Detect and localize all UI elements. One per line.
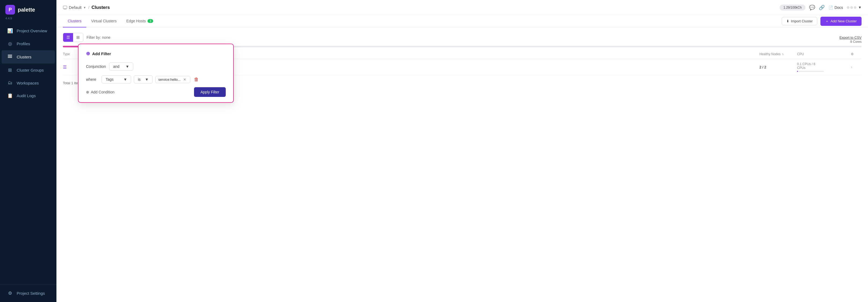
topbar: Default ▼ / Clusters 1.29/100kCh 💬 🔗 📄 D… <box>56 0 868 15</box>
user-info[interactable]: ▼ <box>847 5 862 9</box>
tag-value: service:hello... <box>158 78 181 82</box>
tab-edge-hosts-label: Edge Hosts <box>126 19 146 23</box>
sidebar-item-profiles[interactable]: ◎ Profiles <box>2 37 55 50</box>
conjunction-label: Conjunction <box>86 64 106 68</box>
link-icon[interactable]: 🔗 <box>819 5 825 10</box>
import-cluster-button[interactable]: ⬇ Import Cluster <box>782 17 817 25</box>
conjunction-dropdown-icon: ▼ <box>125 64 129 68</box>
export-csv-button[interactable]: Export to CSV <box>839 35 862 39</box>
popup-plus-icon: ⊕ <box>86 51 90 57</box>
row-type: ☰ <box>63 64 79 70</box>
logo-icon: P <box>5 5 15 15</box>
conjunction-row: Conjunction and ▼ <box>86 62 226 71</box>
project-overview-icon: 📊 <box>7 28 13 34</box>
svg-rect-1 <box>8 56 12 57</box>
docs-button[interactable]: 📄 Docs <box>829 5 843 10</box>
breadcrumb-current: Clusters <box>92 5 110 10</box>
where-label: where <box>86 77 99 82</box>
conjunction-select[interactable]: and ▼ <box>109 62 133 71</box>
sidebar-item-label: Cluster Groups <box>17 68 44 73</box>
version-label: 4.4.9 <box>0 16 56 24</box>
sidebar-bottom: ⚙ Project Settings <box>0 284 56 302</box>
import-icon: ⬇ <box>786 19 789 23</box>
sidebar-item-label: Clusters <box>17 55 31 59</box>
project-settings-icon: ⚙ <box>7 291 13 296</box>
col-cpu-label: CPU <box>797 52 804 56</box>
main-content: Default ▼ / Clusters 1.29/100kCh 💬 🔗 📄 D… <box>56 0 868 302</box>
sidebar-item-label: Project Overview <box>17 29 47 33</box>
row-healthy-nodes: 2 / 2 <box>760 65 797 69</box>
clusters-icon <box>7 54 13 60</box>
chat-icon[interactable]: 💬 <box>809 5 815 10</box>
tabs-actions: ⬇ Import Cluster ＋ Add New Cluster <box>782 17 862 26</box>
add-condition-label: Add Condition <box>91 90 115 94</box>
list-view-button[interactable]: ☰ <box>63 33 73 42</box>
sidebar-item-cluster-groups[interactable]: ⊞ Cluster Groups <box>2 64 55 77</box>
tag-close-button[interactable]: ✕ <box>183 78 186 82</box>
filter-popup: ⊕ Add Filter Conjunction and ▼ where Tag… <box>78 44 234 103</box>
view-toggle: ☰ ⊞ <box>63 33 83 42</box>
popup-title: Add Filter <box>92 51 111 56</box>
add-cluster-label: Add New Cluster <box>830 19 857 23</box>
col-status <box>727 52 760 56</box>
popup-header: ⊕ Add Filter <box>86 51 226 57</box>
tab-virtual-clusters[interactable]: Virtual Clusters <box>86 15 121 27</box>
add-new-cluster-button[interactable]: ＋ Add New Cluster <box>820 17 862 26</box>
field-value: Tags <box>105 77 114 82</box>
sidebar-item-label: Profiles <box>17 42 30 46</box>
dropdown-chevron: ▼ <box>858 5 862 9</box>
apply-filter-button[interactable]: Apply Filter <box>194 87 226 97</box>
cores-label: 8 Cores <box>850 40 862 44</box>
tag-chip[interactable]: service:hello... ✕ <box>155 76 190 83</box>
tab-clusters-label: Clusters <box>68 19 82 23</box>
field-select[interactable]: Tags ▼ <box>101 75 131 83</box>
topbar-right: 1.29/100kCh 💬 🔗 📄 Docs ▼ <box>780 5 862 10</box>
row-cpu: 0.1 CPUs / 8 CPUs <box>797 62 824 72</box>
conjunction-value: and <box>113 64 119 68</box>
col-healthy-nodes: Healthy Nodes ⇅ <box>760 52 797 56</box>
map-view-button[interactable]: ⊞ <box>73 33 83 42</box>
cluster-type-icon: ☰ <box>63 65 67 70</box>
sidebar-item-workspaces[interactable]: 🗂 Workspaces <box>2 77 55 89</box>
svg-rect-0 <box>8 55 12 55</box>
apply-filter-label: Apply Filter <box>200 90 219 94</box>
operator-select[interactable]: is ▼ <box>134 75 153 83</box>
svg-rect-2 <box>8 57 12 58</box>
sidebar-nav: 📊 Project Overview ◎ Profiles Clusters ⊞… <box>0 24 56 284</box>
docs-icon: 📄 <box>829 5 833 10</box>
logo-text: palette <box>18 7 35 13</box>
table-settings-icon[interactable]: ⚙ <box>851 52 854 56</box>
col-extra <box>824 52 851 56</box>
sidebar-item-label: Workspaces <box>17 81 39 85</box>
add-icon: ＋ <box>825 19 829 24</box>
field-dropdown-icon: ▼ <box>123 77 127 82</box>
healthy-nodes-sort-icon[interactable]: ⇅ <box>782 53 784 56</box>
workspace-dropdown-icon: ▼ <box>83 6 86 9</box>
edge-hosts-badge: 3 <box>148 19 153 23</box>
delete-condition-button[interactable]: 🗑 <box>193 76 200 83</box>
sidebar-item-clusters[interactable]: Clusters <box>2 50 55 63</box>
sidebar: P palette 4.4.9 📊 Project Overview ◎ Pro… <box>0 0 56 302</box>
breadcrumb: Default ▼ / Clusters <box>63 5 110 10</box>
audit-logs-icon: 📋 <box>7 93 13 99</box>
sidebar-item-label: Project Settings <box>17 291 45 296</box>
sidebar-item-audit-logs[interactable]: 📋 Audit Logs <box>2 89 55 102</box>
col-type-label: Type <box>63 52 70 56</box>
popup-footer: ⊕ Add Condition Apply Filter <box>86 87 226 97</box>
filter-bar: ☰ ⊞ Filter by: none Export to CSV <box>63 33 862 42</box>
sidebar-item-project-overview[interactable]: 📊 Project Overview <box>2 25 55 37</box>
sidebar-item-label: Audit Logs <box>17 93 36 98</box>
row-chevron[interactable]: › <box>851 64 862 70</box>
tabs-bar: Clusters Virtual Clusters Edge Hosts 3 ⬇… <box>56 15 868 27</box>
col-type: Type <box>63 52 79 56</box>
tab-clusters[interactable]: Clusters <box>63 15 86 27</box>
user-avatar <box>847 6 857 9</box>
add-condition-button[interactable]: ⊕ Add Condition <box>86 90 115 94</box>
operator-dropdown-icon: ▼ <box>145 77 149 82</box>
sidebar-item-project-settings[interactable]: ⚙ Project Settings <box>2 287 55 300</box>
tab-edge-hosts[interactable]: Edge Hosts 3 <box>121 15 158 27</box>
svg-rect-3 <box>63 6 67 9</box>
filter-label: Filter by: none <box>87 35 111 39</box>
breadcrumb-workspace[interactable]: Default ▼ <box>63 5 86 10</box>
sidebar-logo: P palette <box>0 0 56 16</box>
